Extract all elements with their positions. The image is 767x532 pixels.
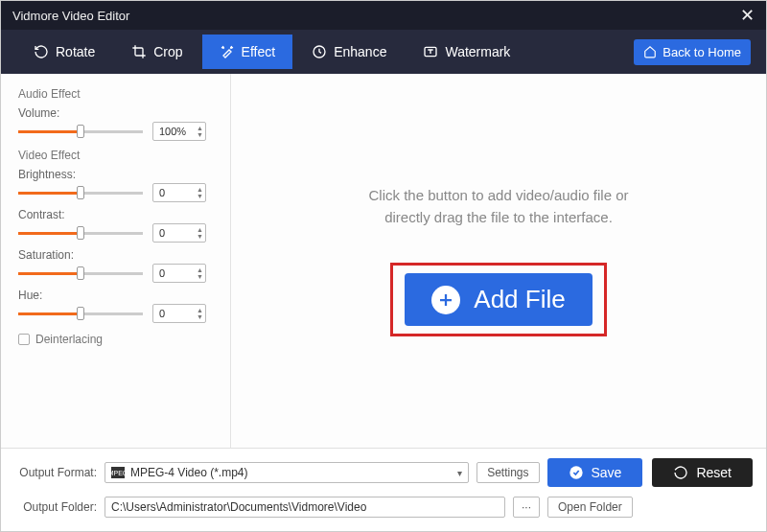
enhance-icon — [312, 44, 327, 59]
plus-circle-icon — [431, 286, 460, 314]
toolbar: Rotate Crop Effect Enhance Watermark Bac… — [1, 30, 766, 74]
bottom-bar: Output Format: MPEGMPEG-4 Video (*.mp4) … — [1, 448, 766, 531]
output-format-combo[interactable]: MPEGMPEG-4 Video (*.mp4) ▾ — [105, 462, 469, 483]
add-file-button[interactable]: Add File — [405, 273, 592, 326]
check-circle-icon — [569, 465, 584, 480]
checkbox-icon — [18, 334, 30, 345]
effect-icon — [220, 44, 235, 59]
spinner-icon[interactable]: ▲▼ — [197, 308, 203, 320]
saturation-label: Saturation: — [18, 248, 213, 262]
add-file-label: Add File — [474, 285, 565, 314]
reset-icon — [673, 465, 688, 480]
open-folder-button[interactable]: Open Folder — [547, 497, 633, 518]
back-to-home-label: Back to Home — [662, 45, 741, 59]
open-folder-label: Open Folder — [558, 500, 622, 514]
video-section-title: Video Effect — [18, 149, 213, 162]
brightness-label: Brightness: — [18, 168, 213, 181]
tab-crop[interactable]: Crop — [114, 35, 199, 69]
tab-enhance[interactable]: Enhance — [294, 35, 404, 69]
tab-effect[interactable]: Effect — [202, 35, 293, 69]
browse-label: ··· — [522, 500, 531, 514]
main: Audio Effect Volume: 100% ▲▼ Video Effec… — [1, 74, 766, 448]
tab-enhance-label: Enhance — [334, 44, 386, 59]
preview-pane[interactable]: Click the button to add video/audio file… — [231, 74, 766, 448]
output-format-label: Output Format: — [14, 466, 97, 479]
saturation-slider[interactable] — [18, 266, 143, 280]
tab-crop-label: Crop — [153, 44, 182, 59]
preview-line1: Click the button to add video/audio file… — [368, 185, 628, 207]
reset-label: Reset — [696, 465, 732, 480]
brightness-slider[interactable] — [18, 186, 143, 199]
browse-folder-button[interactable]: ··· — [513, 497, 540, 518]
deinterlacing-label: Deinterlacing — [35, 333, 103, 346]
saturation-spinner[interactable]: 0▲▼ — [152, 264, 206, 283]
add-file-highlight: Add File — [390, 263, 606, 336]
saturation-value: 0 — [159, 267, 165, 279]
output-folder-label: Output Folder: — [14, 500, 97, 514]
brightness-spinner[interactable]: 0▲▼ — [152, 183, 206, 202]
volume-spinner[interactable]: 100% ▲▼ — [152, 122, 206, 141]
spinner-icon[interactable]: ▲▼ — [197, 187, 203, 199]
effects-sidebar: Audio Effect Volume: 100% ▲▼ Video Effec… — [1, 74, 231, 448]
hue-spinner[interactable]: 0▲▼ — [152, 304, 206, 323]
audio-section-title: Audio Effect — [18, 87, 213, 101]
preview-instructions: Click the button to add video/audio file… — [368, 185, 628, 228]
contrast-spinner[interactable]: 0▲▼ — [152, 223, 206, 243]
hue-slider[interactable] — [18, 307, 143, 320]
titlebar: Vidmore Video Editor ✕ — [1, 1, 766, 30]
hue-label: Hue: — [18, 289, 213, 302]
home-icon — [643, 45, 657, 58]
tab-rotate-label: Rotate — [56, 44, 95, 59]
hue-value: 0 — [159, 308, 165, 319]
volume-label: Volume: — [18, 106, 213, 120]
volume-slider[interactable] — [18, 125, 143, 138]
contrast-label: Contrast: — [18, 208, 213, 221]
output-folder-field[interactable]: C:\Users\Administrator\Documents\Vidmore… — [105, 497, 505, 518]
volume-value: 100% — [159, 126, 186, 137]
output-folder-value: C:\Users\Administrator\Documents\Vidmore… — [111, 500, 366, 514]
contrast-value: 0 — [159, 227, 165, 239]
output-format-value: MPEG-4 Video (*.mp4) — [130, 466, 248, 479]
save-label: Save — [592, 465, 622, 480]
watermark-icon — [423, 44, 438, 59]
tab-rotate[interactable]: Rotate — [16, 35, 112, 69]
contrast-slider[interactable] — [18, 226, 143, 240]
tab-watermark-label: Watermark — [445, 44, 510, 59]
back-to-home-button[interactable]: Back to Home — [634, 39, 751, 65]
settings-button[interactable]: Settings — [476, 462, 539, 483]
chevron-down-icon: ▾ — [457, 468, 462, 478]
reset-button[interactable]: Reset — [652, 458, 753, 487]
spinner-icon[interactable]: ▲▼ — [197, 267, 203, 280]
brightness-value: 0 — [159, 187, 165, 198]
tab-watermark[interactable]: Watermark — [406, 35, 527, 69]
settings-label: Settings — [487, 466, 528, 479]
rotate-icon — [34, 44, 49, 59]
spinner-icon[interactable]: ▲▼ — [197, 227, 203, 240]
tab-effect-label: Effect — [242, 44, 276, 59]
spinner-icon[interactable]: ▲▼ — [197, 126, 203, 138]
mpeg-icon: MPEG — [111, 467, 125, 478]
save-button[interactable]: Save — [547, 458, 643, 487]
deinterlacing-checkbox[interactable]: Deinterlacing — [18, 333, 213, 346]
crop-icon — [131, 44, 147, 59]
window-title: Vidmore Video Editor — [12, 9, 129, 23]
preview-line2: directly drag the file to the interface. — [368, 207, 628, 229]
close-icon[interactable]: ✕ — [740, 5, 755, 26]
